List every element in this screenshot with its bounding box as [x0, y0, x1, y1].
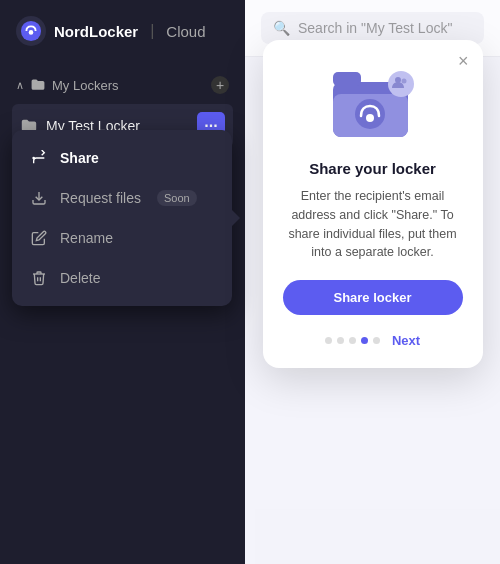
context-menu: Share Request files Soon Rename [12, 130, 232, 306]
dot-5 [373, 337, 380, 344]
modal-description: Enter the recipient's email address and … [283, 187, 463, 262]
share-modal: × [263, 40, 483, 368]
pagination-dots [325, 337, 380, 344]
logo [16, 16, 46, 46]
menu-item-rename[interactable]: Rename [12, 218, 232, 258]
request-files-label: Request files [60, 190, 141, 206]
folder-illustration [328, 64, 418, 144]
delete-label: Delete [60, 270, 100, 286]
share-locker-button[interactable]: Share locker [283, 280, 463, 315]
main-content: 🔍 My Test Locker × [245, 0, 500, 564]
menu-item-delete[interactable]: Delete [12, 258, 232, 298]
svg-point-1 [29, 30, 34, 35]
share-icon [30, 149, 48, 167]
rename-label: Rename [60, 230, 113, 246]
next-button[interactable]: Next [392, 333, 420, 348]
modal-footer: Next [283, 333, 463, 348]
svg-rect-5 [333, 72, 361, 86]
chevron-icon[interactable]: ∧ [16, 79, 24, 92]
sidebar-header: NordLocker | Cloud [0, 0, 245, 62]
soon-badge: Soon [157, 190, 197, 206]
request-files-icon [30, 189, 48, 207]
svg-point-2 [32, 157, 35, 160]
share-label: Share [60, 150, 99, 166]
menu-item-share[interactable]: Share [12, 138, 232, 178]
rename-icon [30, 229, 48, 247]
section-header: ∧ My Lockers + [12, 70, 233, 100]
folder-icon [30, 77, 46, 93]
delete-icon [30, 269, 48, 287]
dot-4 [361, 337, 368, 344]
menu-item-request-files[interactable]: Request files Soon [12, 178, 232, 218]
modal-title: Share your locker [283, 160, 463, 177]
dot-2 [337, 337, 344, 344]
brand-divider: | [150, 22, 154, 40]
svg-point-11 [401, 79, 406, 84]
modal-illustration [328, 64, 418, 144]
section-label: My Lockers [52, 78, 118, 93]
add-locker-button[interactable]: + [211, 76, 229, 94]
section-header-left: ∧ My Lockers [16, 77, 118, 93]
sidebar: NordLocker | Cloud ∧ My Lockers + My Tes… [0, 0, 245, 564]
brand-subtitle: Cloud [166, 23, 205, 40]
modal-overlay: × [245, 0, 500, 564]
dot-1 [325, 337, 332, 344]
svg-point-8 [366, 114, 374, 122]
modal-close-button[interactable]: × [458, 52, 469, 70]
dot-3 [349, 337, 356, 344]
brand-name: NordLocker [54, 23, 138, 40]
